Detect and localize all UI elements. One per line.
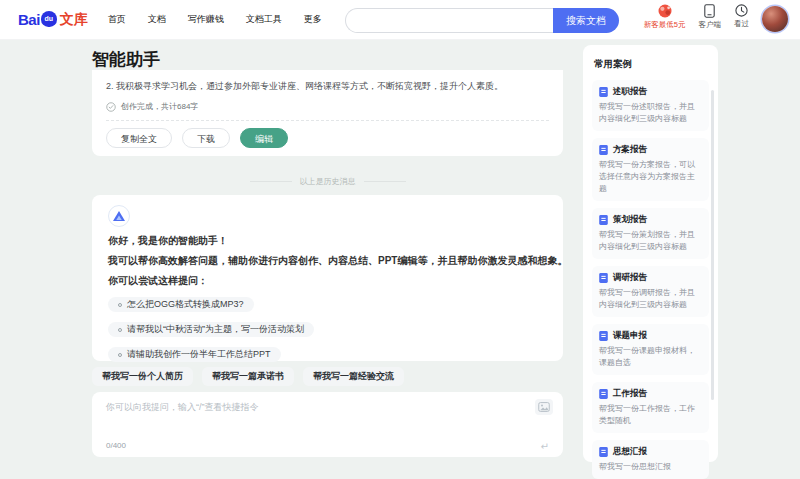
baidu-wenku-logo[interactable]: Bai du 文库 bbox=[18, 11, 88, 29]
history-result-card: 2. 我积极寻求学习机会，通过参加外部专业讲座、网络课程等方式，不断拓宽视野，提… bbox=[92, 70, 563, 156]
viewed-label: 看过 bbox=[734, 19, 749, 29]
case-item-sixiang-huibao[interactable]: 思想汇报 帮我写一份思想汇报 bbox=[592, 440, 709, 479]
document-icon bbox=[599, 331, 608, 341]
suggestion-row-3: 请辅助我创作一份半年工作总结PPT bbox=[108, 337, 547, 362]
history-divider-text: 以上是历史消息 bbox=[300, 176, 356, 187]
search-button[interactable]: 搜索文档 bbox=[553, 8, 619, 33]
suggestion-pill-midautumn-plan[interactable]: 请帮我以“中秋活动”为主题，写一份活动策划 bbox=[108, 322, 314, 337]
suggestion-row-1: 怎么把OGG格式转换成MP3? bbox=[108, 287, 547, 312]
message-input-card: 0/400 ↵ bbox=[92, 392, 563, 457]
history-actions: 复制全文 下载 编辑 bbox=[92, 121, 563, 148]
case-desc: 帮我写一份工作报告，工作类型随机 bbox=[599, 403, 702, 427]
document-icon bbox=[599, 215, 608, 225]
case-title: 述职报告 bbox=[613, 86, 647, 98]
user-avatar[interactable] bbox=[762, 6, 788, 32]
enter-send-icon[interactable]: ↵ bbox=[541, 441, 549, 452]
nav-item-more[interactable]: 更多 bbox=[304, 13, 322, 26]
case-title: 方案报告 bbox=[613, 144, 647, 156]
suggestion-text: 怎么把OGG格式转换成MP3? bbox=[127, 298, 244, 311]
clock-icon bbox=[735, 4, 748, 17]
assistant-message-card: 你好，我是你的智能助手！ 我可以帮你高效解答问题，辅助你进行内容创作、内容总结、… bbox=[92, 195, 563, 361]
document-icon bbox=[599, 87, 608, 97]
main-nav: 首页 文档 写作赚钱 文档工具 更多 bbox=[108, 13, 322, 26]
try-prompt-label: 你可以尝试这样提问： bbox=[108, 274, 547, 287]
message-input[interactable] bbox=[92, 392, 563, 432]
sidebar-scrollbar-thumb[interactable] bbox=[711, 90, 714, 400]
history-excerpt-text: 2. 我积极寻求学习机会，通过参加外部专业讲座、网络课程等方式，不断拓宽视野，提… bbox=[92, 70, 563, 92]
promo-mascot-icon bbox=[657, 4, 673, 18]
logo-bai-text: Bai bbox=[18, 11, 40, 28]
divider-line-right bbox=[364, 181, 406, 182]
client-label: 客户端 bbox=[699, 20, 722, 30]
suggestion-pill-ogg-mp3[interactable]: 怎么把OGG格式转换成MP3? bbox=[108, 297, 254, 312]
assistant-avatar bbox=[108, 205, 130, 227]
case-desc: 帮我写一份调研报告，并且内容细化到三级内容标题 bbox=[599, 287, 702, 311]
document-icon bbox=[599, 145, 608, 155]
case-desc: 帮我写一份课题申报材料，课题自选 bbox=[599, 345, 702, 369]
quick-prompt-chips: 帮我写一份个人简历 帮我写一篇承诺书 帮我写一篇经验交流 bbox=[92, 367, 404, 386]
case-title: 课题申报 bbox=[613, 330, 647, 342]
greeting-text: 你好，我是你的智能助手！ bbox=[108, 234, 547, 247]
bullet-circle-icon bbox=[118, 328, 122, 332]
case-item-fangan-report[interactable]: 方案报告 帮我写一份方案报告，可以选择任意内容为方案报告主题 bbox=[592, 138, 709, 201]
insert-image-button[interactable] bbox=[535, 399, 553, 415]
nav-item-home[interactable]: 首页 bbox=[108, 13, 126, 26]
suggestion-text: 请辅助我创作一份半年工作总结PPT bbox=[127, 348, 271, 361]
phone-icon bbox=[704, 4, 715, 18]
case-title: 策划报告 bbox=[613, 214, 647, 226]
suggestion-row-2: 请帮我以“中秋活动”为主题，写一份活动策划 bbox=[108, 312, 547, 337]
case-title: 思想汇报 bbox=[613, 446, 647, 458]
status-text: 创作完成，共计684字 bbox=[121, 101, 198, 112]
download-button[interactable]: 下载 bbox=[182, 128, 230, 148]
case-title: 工作报告 bbox=[613, 388, 647, 400]
case-desc: 帮我写一份策划报告，并且内容细化到三级内容标题 bbox=[599, 229, 702, 253]
suggestion-text: 请帮我以“中秋活动”为主题，写一份活动策划 bbox=[127, 323, 304, 336]
history-viewed-entry[interactable]: 看过 bbox=[734, 4, 749, 29]
page-title: 智能助手 bbox=[92, 48, 160, 71]
case-item-cehua-report[interactable]: 策划报告 帮我写一份策划报告，并且内容细化到三级内容标题 bbox=[592, 208, 709, 259]
check-circle-icon bbox=[106, 102, 116, 112]
search-input[interactable] bbox=[345, 8, 553, 33]
promo-entry[interactable]: 新客最低5元 bbox=[644, 4, 686, 30]
intro-text: 我可以帮你高效解答问题，辅助你进行内容创作、内容总结、PPT编辑等，并且帮助你激… bbox=[108, 254, 547, 267]
status-row: 创作完成，共计684字 bbox=[92, 92, 563, 112]
nav-item-docs[interactable]: 文档 bbox=[148, 13, 166, 26]
case-item-gongzuo-report[interactable]: 工作报告 帮我写一份工作报告，工作类型随机 bbox=[592, 382, 709, 433]
case-item-diaoyan-report[interactable]: 调研报告 帮我写一份调研报告，并且内容细化到三级内容标题 bbox=[592, 266, 709, 317]
document-icon bbox=[599, 447, 608, 457]
case-title: 调研报告 bbox=[613, 272, 647, 284]
header-right-group: 新客最低5元 客户端 看过 bbox=[644, 4, 788, 32]
char-counter: 0/400 bbox=[106, 441, 126, 450]
logo-wenku-text: 文库 bbox=[60, 11, 88, 29]
bullet-circle-icon bbox=[118, 353, 122, 357]
chip-experience[interactable]: 帮我写一篇经验交流 bbox=[303, 367, 404, 386]
case-item-keti-shenbao[interactable]: 课题申报 帮我写一份课题申报材料，课题自选 bbox=[592, 324, 709, 375]
chip-commitment[interactable]: 帮我写一篇承诺书 bbox=[202, 367, 294, 386]
promo-label: 新客最低5元 bbox=[644, 20, 686, 30]
bullet-circle-icon bbox=[118, 303, 122, 307]
nav-item-tools[interactable]: 文档工具 bbox=[246, 13, 282, 26]
nav-item-earn[interactable]: 写作赚钱 bbox=[188, 13, 224, 26]
case-desc: 帮我写一份述职报告，并且内容细化到三级内容标题 bbox=[599, 101, 702, 125]
copy-all-button[interactable]: 复制全文 bbox=[106, 128, 172, 148]
divider-line-left bbox=[250, 181, 292, 182]
assistant-logo-icon bbox=[113, 211, 125, 221]
search-bar: 搜索文档 bbox=[345, 8, 619, 33]
common-cases-panel: 常用案例 述职报告 帮我写一份述职报告，并且内容细化到三级内容标题 方案报告 帮… bbox=[583, 45, 718, 462]
chip-resume[interactable]: 帮我写一份个人简历 bbox=[92, 367, 193, 386]
image-icon bbox=[538, 402, 550, 412]
top-header: Bai du 文库 首页 文档 写作赚钱 文档工具 更多 搜索文档 新客最低5元 bbox=[0, 0, 800, 40]
document-icon bbox=[599, 389, 608, 399]
baidu-paw-icon: du bbox=[41, 11, 57, 27]
case-item-shuzhi-report[interactable]: 述职报告 帮我写一份述职报告，并且内容细化到三级内容标题 bbox=[592, 80, 709, 131]
edit-button[interactable]: 编辑 bbox=[240, 128, 288, 148]
case-desc: 帮我写一份方案报告，可以选择任意内容为方案报告主题 bbox=[599, 159, 702, 195]
common-cases-title: 常用案例 bbox=[594, 58, 709, 71]
document-icon bbox=[599, 273, 608, 283]
case-desc: 帮我写一份思想汇报 bbox=[599, 461, 702, 473]
history-divider: 以上是历史消息 bbox=[92, 176, 563, 187]
client-entry[interactable]: 客户端 bbox=[699, 4, 722, 30]
suggestion-pill-halfyear-ppt[interactable]: 请辅助我创作一份半年工作总结PPT bbox=[108, 347, 281, 362]
